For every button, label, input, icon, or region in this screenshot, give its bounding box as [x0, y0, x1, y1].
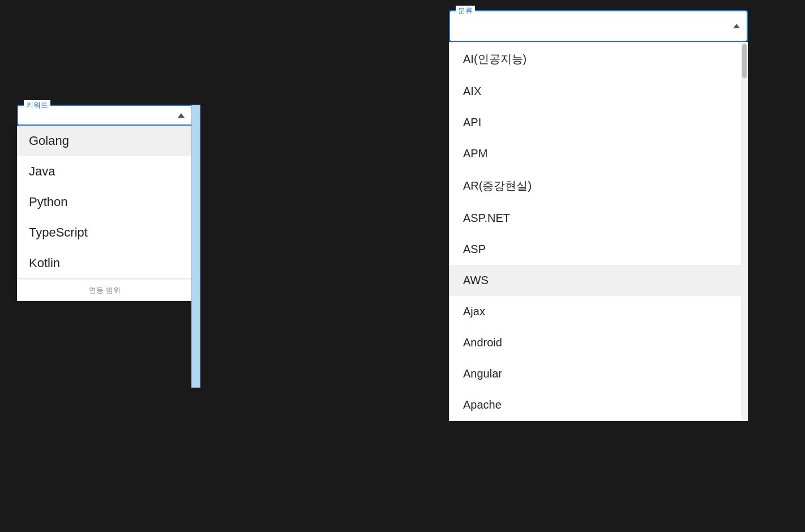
category-dropdown-list-container: AI(인공지능)AIXAPIAPMAR(증강현실)ASP.NETASPAWSAj…: [449, 42, 748, 421]
left-scrollbar[interactable]: [191, 105, 200, 388]
category-list-item[interactable]: AI(인공지능): [449, 42, 747, 76]
category-list-item[interactable]: ASP: [449, 234, 747, 265]
keyword-dropdown-list: GolangJavaPythonTypeScriptKotlin: [17, 126, 192, 279]
category-list-item[interactable]: Ajax: [449, 296, 747, 327]
keyword-list-item[interactable]: Python: [18, 187, 192, 217]
category-list-item[interactable]: AR(증강현실): [449, 169, 747, 203]
left-keyword-widget: 키워드 GolangJavaPythonTypeScriptKotlin 연동 …: [17, 105, 192, 301]
keyword-list-item[interactable]: Kotlin: [18, 248, 192, 278]
keyword-field-label: 키워드: [24, 100, 50, 110]
keyword-input[interactable]: [25, 110, 173, 120]
category-list-item[interactable]: AWS: [449, 265, 747, 296]
keyword-list-item[interactable]: Golang: [18, 126, 192, 156]
keyword-list-item[interactable]: TypeScript: [18, 217, 192, 248]
chevron-up-icon: [178, 113, 185, 118]
category-list-item[interactable]: ASP.NET: [449, 203, 747, 234]
category-list-item[interactable]: Android: [449, 327, 747, 358]
category-list-item[interactable]: Apache: [449, 389, 747, 421]
category-list-item[interactable]: API: [449, 107, 747, 138]
category-dropdown-list: AI(인공지능)AIXAPIAPMAR(증강현실)ASP.NETASPAWSAj…: [449, 42, 748, 421]
category-field-label: 분류: [456, 6, 475, 16]
bottom-label: 연동 범위: [17, 279, 192, 301]
keyword-dropdown-field[interactable]: 키워드: [17, 105, 192, 126]
category-list-item[interactable]: AIX: [449, 76, 747, 107]
keyword-list-item[interactable]: Java: [18, 156, 192, 187]
category-dropdown-field[interactable]: 분류: [449, 10, 748, 42]
category-list-item[interactable]: Angular: [449, 358, 747, 389]
category-input[interactable]: [457, 16, 729, 36]
right-scrollbar[interactable]: [741, 42, 748, 421]
right-scrollbar-thumb[interactable]: [742, 44, 747, 78]
category-list-item[interactable]: APM: [449, 138, 747, 169]
chevron-up-icon-right: [733, 24, 740, 28]
right-category-widget: 분류 AI(인공지능)AIXAPIAPMAR(증강현실)ASP.NETASPAW…: [449, 10, 748, 421]
